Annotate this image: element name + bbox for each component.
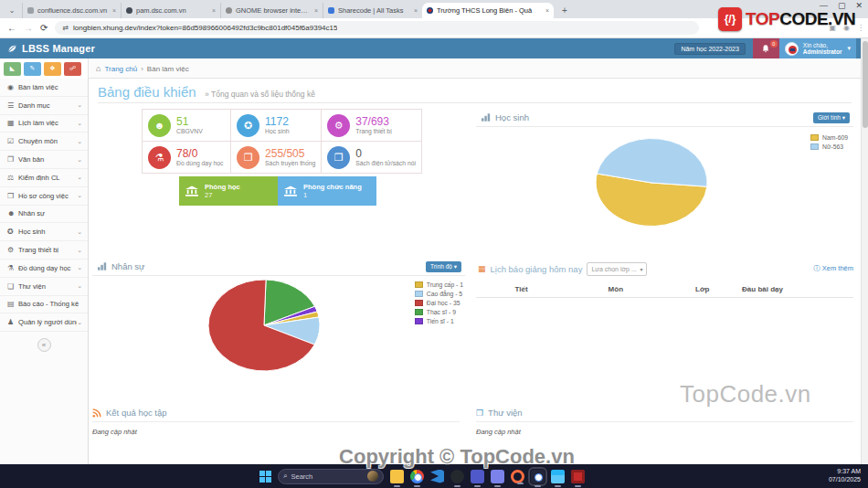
legend-item[interactable]: Cao đẳng - 5: [415, 291, 463, 297]
sidebar-item-7[interactable]: ❒Hồ sơ công việc⌄: [0, 187, 88, 206]
vscode-icon[interactable]: [430, 470, 444, 483]
sidebar-item-12[interactable]: ❏Thư viện⌄: [0, 278, 88, 296]
sidebar-item-6[interactable]: ⚖Kiểm định CL⌄: [0, 169, 88, 187]
dark-app-icon[interactable]: [450, 470, 464, 483]
teams-person-icon[interactable]: [491, 470, 504, 483]
book-icon: ❐: [476, 408, 483, 418]
legend-item[interactable]: Trung cấp - 1: [415, 281, 463, 288]
browser-tab[interactable]: pam.dsc.com.vn ×: [121, 3, 220, 18]
stat-value: 0: [355, 148, 416, 160]
browser-menu-icon[interactable]: ⋮: [857, 24, 864, 32]
tab-close-icon[interactable]: ×: [212, 7, 216, 14]
sidebar-item-1[interactable]: ◉Bàn làm việc: [0, 79, 88, 97]
app-brand-label: LBSS Manager: [22, 43, 95, 54]
teams-icon[interactable]: [471, 470, 484, 483]
orange-ring-icon[interactable]: [511, 470, 524, 483]
tab-close-icon[interactable]: ×: [545, 7, 549, 14]
legend-item[interactable]: Tiến sĩ - 1: [415, 318, 463, 324]
class-select[interactable]: Lựa chọn lớp ... ▾: [587, 262, 647, 276]
sidebar-item-2[interactable]: ☰Danh mục⌄: [0, 97, 88, 115]
share-button[interactable]: ☍: [64, 62, 81, 76]
scrollbar-thumb[interactable]: [863, 41, 868, 128]
bell-icon: [761, 44, 770, 54]
legend-item[interactable]: Nam-609: [810, 134, 848, 141]
school-year-button[interactable]: Năm học 2022-2023: [674, 43, 745, 55]
browser-tab-active[interactable]: Trường THCS Long Biên - Quả ×: [422, 3, 554, 18]
stat-tile-book[interactable]: ❐0Sách điện tử/sách nói: [322, 142, 422, 174]
sidebar-item-label: Quản lý người dùng: [18, 318, 77, 326]
section-title[interactable]: Kết quả học tập: [106, 408, 167, 418]
sidebar-item-9[interactable]: ✪Học sinh⌄: [0, 223, 88, 241]
students-pie-chart[interactable]: [476, 128, 853, 256]
notepad-icon[interactable]: [551, 470, 565, 483]
refresh-icon[interactable]: ⟳: [40, 23, 48, 33]
page-title: Bảng điều khiển: [98, 84, 196, 100]
column-header: Đầu bài dạy: [740, 281, 853, 298]
chrome-icon[interactable]: [410, 470, 424, 483]
tab-close-icon[interactable]: ×: [414, 7, 418, 14]
user-menu[interactable]: Xin chào, Administrator ▾: [779, 38, 856, 58]
browser-tab[interactable]: GNOME browser integration - C ×: [220, 3, 323, 18]
tab-title: Trường THCS Long Biên - Quả: [437, 6, 542, 15]
tab-favicon: [126, 7, 132, 14]
topcode-logo-watermark: {/} TOPCODE.VN: [718, 7, 855, 31]
sidebar-collapse-button[interactable]: «: [37, 338, 51, 352]
breadcrumb-home-link[interactable]: Trang chủ: [104, 65, 137, 73]
breadcrumb-current: Bàn làm việc: [147, 65, 189, 73]
sidebar-item-8[interactable]: ☻Nhân sự: [0, 206, 88, 224]
address-input[interactable]: ⇄ longbien.xhung.dev/index?token=86d5989…: [55, 21, 699, 35]
sidebar-item-icon: ❏: [7, 282, 18, 291]
copyright-watermark: Copyright © TopCode.vn: [302, 445, 612, 469]
taskbar-search[interactable]: ⌕ Search: [278, 469, 384, 484]
new-tab-button[interactable]: +: [557, 3, 572, 17]
browser-tab[interactable]: confluence.dsc.com.vn ×: [22, 3, 121, 18]
stat-tile-graduation-cap[interactable]: ✪1172Học sinh: [231, 110, 322, 142]
file-explorer-icon[interactable]: [390, 470, 404, 483]
legend-item[interactable]: Thạc sĩ - 9: [415, 309, 463, 315]
forward-icon[interactable]: →: [24, 23, 33, 33]
tab-search-caret-icon[interactable]: ⌄: [4, 3, 20, 17]
close-button[interactable]: ✕: [855, 1, 863, 10]
page-scrollbar[interactable]: [861, 38, 868, 464]
stat-value: 1172: [265, 116, 289, 128]
chevron-down-icon: ⌄: [77, 319, 82, 326]
apps-button[interactable]: ❖: [44, 62, 61, 76]
stat-tile-book[interactable]: ❐255/505Sách truyền thống: [231, 142, 322, 174]
staff-pie-chart[interactable]: [92, 277, 465, 378]
sidebar-item-11[interactable]: ⚗Đồ dùng dạy học⌄: [0, 260, 88, 278]
taskbar-clock[interactable]: 9:37 AM 07/10/2025: [829, 467, 861, 483]
sidebar-item-14[interactable]: ♟Quản lý người dùng⌄: [0, 313, 88, 332]
section-title[interactable]: Thư viện: [488, 408, 523, 418]
sidebar-item-3[interactable]: ▦Lịch làm việc⌄: [0, 115, 88, 133]
sidebar-item-5[interactable]: ❐Văn bản⌄: [0, 151, 88, 169]
stat-tile-users[interactable]: ☻51CBGVNV: [143, 110, 231, 142]
sidebar-item-10[interactable]: ⚙Trang thiết bị⌄: [0, 241, 88, 260]
area-chart-button[interactable]: ◣: [4, 62, 21, 76]
stat-tile-gears[interactable]: ⚙37/693Trang thiết bị: [322, 110, 422, 142]
chrome-active-icon[interactable]: [531, 470, 545, 483]
legend-item[interactable]: Đại học - 35: [415, 300, 463, 306]
stat-tile-flask[interactable]: ⚗78/0Đồ dùng dạy học: [143, 142, 231, 174]
site-info-icon[interactable]: ⇄: [62, 24, 69, 32]
sidebar-item-13[interactable]: ▤Báo cáo - Thống kê: [0, 296, 88, 314]
panel-title: Học sinh: [495, 112, 529, 122]
breadcrumb-separator: ›: [141, 65, 143, 73]
gender-filter-button[interactable]: Giới tính ▾: [813, 112, 850, 123]
sidebar-item-4[interactable]: ☑Chuyên môn⌄: [0, 133, 88, 151]
start-button[interactable]: [259, 471, 271, 483]
notifications-button[interactable]: 0: [753, 38, 779, 58]
see-more-link[interactable]: ⓘ Xem thêm: [813, 264, 853, 273]
legend-item[interactable]: Nữ-563: [810, 143, 848, 150]
sidebar-item-label: Trang thiết bị: [18, 246, 77, 254]
back-icon[interactable]: ←: [7, 23, 16, 33]
tab-close-icon[interactable]: ×: [314, 7, 318, 14]
tab-favicon: [328, 7, 334, 14]
media-app-icon[interactable]: [571, 470, 585, 483]
browser-tab[interactable]: Sharecode | All Tasks ×: [323, 3, 422, 18]
edit-button[interactable]: ✎: [24, 62, 41, 76]
qualification-filter-button[interactable]: Trình độ ▾: [426, 261, 461, 272]
chevron-down-icon: ⌄: [77, 101, 82, 109]
function-rooms-box[interactable]: Phòng chức năng1: [278, 176, 376, 206]
tab-close-icon[interactable]: ×: [112, 7, 116, 14]
classrooms-box[interactable]: Phòng học27: [179, 176, 278, 206]
